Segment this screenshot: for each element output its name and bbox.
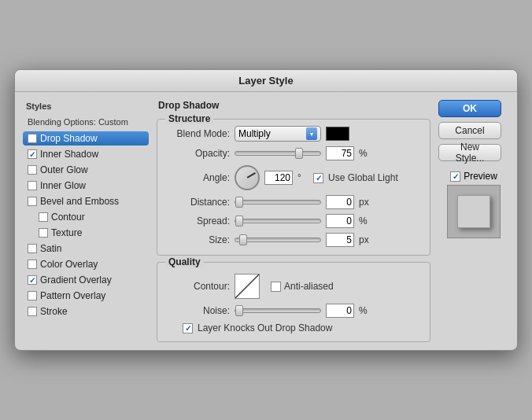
distance-row: Distance: px <box>167 195 420 209</box>
ok-button[interactable]: OK <box>438 100 501 117</box>
bevel-emboss-checkbox[interactable] <box>28 197 37 206</box>
contour-label: Contour: <box>167 281 230 292</box>
contour-preview[interactable] <box>235 274 260 299</box>
distance-unit: px <box>359 197 370 208</box>
satin-label: Satin <box>40 243 61 254</box>
sidebar-item-stroke[interactable]: Stroke <box>23 304 149 319</box>
anti-aliased-label: Anti-aliased <box>284 281 334 292</box>
opacity-input[interactable] <box>326 146 354 160</box>
angle-unit: ° <box>297 172 308 183</box>
sidebar-item-blending-options[interactable]: Blending Options: Custom <box>23 116 149 128</box>
styles-label: Styles <box>23 100 149 112</box>
texture-checkbox[interactable] <box>39 228 48 238</box>
preview-label: Preview <box>464 171 497 182</box>
layer-knocks-checkbox[interactable] <box>183 323 193 333</box>
sidebar-item-gradient-overlay[interactable]: Gradient Overlay <box>23 273 149 287</box>
bevel-emboss-label: Bevel and Emboss <box>40 196 119 207</box>
dialog-title: Layer Style <box>15 70 517 92</box>
angle-label: Angle: <box>167 172 230 183</box>
structure-title: Structure <box>165 113 213 124</box>
contour-checkbox[interactable] <box>39 212 48 222</box>
sidebar-item-texture[interactable]: Texture <box>23 226 149 240</box>
sidebar: Styles Blending Options: Custom Drop Sha… <box>23 100 149 342</box>
quality-title: Quality <box>165 256 204 267</box>
sidebar-item-satin[interactable]: Satin <box>23 241 149 256</box>
sidebar-item-color-overlay[interactable]: Color Overlay <box>23 257 149 271</box>
inner-shadow-checkbox[interactable] <box>28 149 37 159</box>
satin-checkbox[interactable] <box>28 244 37 253</box>
size-slider-container <box>235 238 321 242</box>
inner-shadow-label: Inner Shadow <box>40 149 98 160</box>
spread-slider-thumb[interactable] <box>235 216 243 227</box>
noise-slider-thumb[interactable] <box>235 305 243 316</box>
distance-slider-track[interactable] <box>235 200 321 204</box>
sidebar-item-outer-glow[interactable]: Outer Glow <box>23 163 149 177</box>
shadow-color-swatch[interactable] <box>326 127 349 141</box>
size-input[interactable] <box>326 233 354 247</box>
angle-input[interactable] <box>264 171 293 185</box>
sidebar-item-bevel-emboss[interactable]: Bevel and Emboss <box>23 194 149 208</box>
spread-input[interactable] <box>326 214 354 228</box>
opacity-slider-thumb[interactable] <box>295 148 303 159</box>
cancel-button[interactable]: Cancel <box>438 122 501 139</box>
distance-input[interactable] <box>326 195 354 209</box>
contour-label: Contour <box>51 212 85 223</box>
preview-checkbox[interactable] <box>450 171 460 182</box>
preview-inner <box>457 195 490 228</box>
stroke-label: Stroke <box>40 306 68 317</box>
preview-box <box>447 185 501 238</box>
pattern-overlay-checkbox[interactable] <box>28 291 37 300</box>
spread-unit: % <box>359 216 370 227</box>
preview-area: Preview <box>438 171 509 238</box>
new-style-button[interactable]: New Style... <box>438 144 501 161</box>
size-slider-track[interactable] <box>235 238 321 242</box>
sidebar-item-contour[interactable]: Contour <box>23 210 149 224</box>
inner-glow-checkbox[interactable] <box>28 181 37 190</box>
right-panel: OK Cancel New Style... Preview <box>438 100 509 342</box>
size-slider-thumb[interactable] <box>239 234 247 245</box>
noise-unit: % <box>359 305 370 316</box>
sidebar-item-drop-shadow[interactable]: Drop Shadow <box>23 131 149 146</box>
sidebar-item-inner-shadow[interactable]: Inner Shadow <box>23 147 149 161</box>
noise-row: Noise: % <box>167 304 420 318</box>
quality-section: Quality Contour: Anti-aliased <box>157 262 430 342</box>
gradient-overlay-label: Gradient Overlay <box>40 274 112 286</box>
size-row: Size: px <box>167 233 420 247</box>
layer-knocks-row: Layer Knocks Out Drop Shadow <box>167 322 420 333</box>
layer-knocks-label: Layer Knocks Out Drop Shadow <box>198 322 332 333</box>
sidebar-item-inner-glow[interactable]: Inner Glow <box>23 179 149 193</box>
noise-slider-track[interactable] <box>235 308 321 313</box>
sidebar-item-pattern-overlay[interactable]: Pattern Overlay <box>23 289 149 303</box>
spread-label: Spread: <box>167 216 230 227</box>
global-light-label: Use Global Light <box>328 172 398 183</box>
global-light-checkbox[interactable] <box>313 173 323 183</box>
structure-section: Structure Blend Mode: Multiply Opacity: <box>157 119 430 256</box>
angle-row: Angle: ° Use Global Light <box>167 165 420 190</box>
color-overlay-checkbox[interactable] <box>28 260 37 269</box>
anti-aliased-checkbox[interactable] <box>271 282 281 292</box>
size-unit: px <box>359 234 370 245</box>
blend-mode-arrow-icon <box>306 127 317 140</box>
size-label: Size: <box>167 234 230 245</box>
drop-shadow-checkbox[interactable] <box>28 134 37 143</box>
angle-dial[interactable] <box>235 165 260 190</box>
opacity-unit: % <box>359 148 370 159</box>
anti-aliased-container: Anti-aliased <box>271 281 334 292</box>
opacity-row: Opacity: % <box>167 146 420 160</box>
blend-mode-select[interactable]: Multiply <box>235 126 321 142</box>
color-overlay-label: Color Overlay <box>40 259 98 270</box>
noise-input[interactable] <box>326 304 354 318</box>
outer-glow-checkbox[interactable] <box>28 165 37 175</box>
noise-slider-container <box>235 308 321 313</box>
spread-slider-track[interactable] <box>235 219 321 223</box>
opacity-slider-container <box>235 151 321 156</box>
stroke-checkbox[interactable] <box>28 307 37 316</box>
pattern-overlay-label: Pattern Overlay <box>40 290 105 301</box>
distance-slider-thumb[interactable] <box>235 197 243 208</box>
opacity-label: Opacity: <box>167 148 230 159</box>
blend-mode-label: Blend Mode: <box>167 128 230 139</box>
opacity-slider-track[interactable] <box>235 151 321 156</box>
drop-shadow-label: Drop Shadow <box>40 133 98 144</box>
gradient-overlay-checkbox[interactable] <box>28 275 37 285</box>
main-content: Drop Shadow Structure Blend Mode: Multip… <box>157 100 430 342</box>
